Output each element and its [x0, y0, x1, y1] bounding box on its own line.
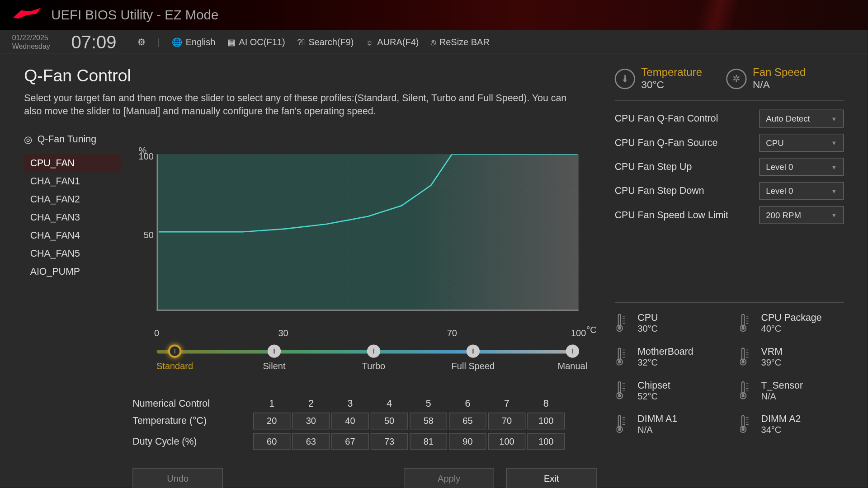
temp-name: CPU — [637, 312, 658, 323]
fan-item-cha4[interactable]: CHA_FAN4 — [24, 226, 120, 244]
qfan-tuning-label: Q-Fan Tuning — [38, 134, 96, 145]
slider-label: Manual — [558, 361, 588, 371]
temp-name: CPU Package — [761, 312, 822, 323]
settings-label: CPU Fan Speed Low Limit — [615, 210, 728, 221]
num-header: 6 — [449, 398, 486, 409]
slider-label: Full Speed — [452, 361, 495, 371]
svg-rect-50 — [742, 416, 744, 428]
temp-item: Chipset 52°C — [615, 380, 720, 401]
undo-button[interactable]: Undo — [132, 468, 223, 488]
fan-curve-chart[interactable]: % 100 50 0 30 70 100 °C — [157, 154, 579, 323]
duty-cell[interactable]: 63 — [292, 433, 330, 450]
svg-point-10 — [741, 327, 745, 330]
exit-button[interactable]: Exit — [506, 468, 597, 488]
settings-gear-icon[interactable]: ⚙ — [137, 37, 145, 47]
speed-value: N/A — [753, 79, 806, 91]
numctl-temp-label: Temperature (°C) — [132, 415, 253, 426]
apply-button[interactable]: Apply — [404, 468, 494, 488]
num-header: 7 — [488, 398, 526, 409]
temp-cell[interactable]: 70 — [488, 413, 526, 429]
slider-dot-silent[interactable] — [268, 344, 281, 357]
temp-value: 30°C — [641, 79, 702, 91]
temp-cell[interactable]: 40 — [331, 413, 369, 429]
slider-dot-standard[interactable] — [168, 344, 181, 357]
stat-header: 🌡 Temperature 30°C ✲ Fan Speed N/A — [615, 66, 844, 91]
temp-grid: CPU 30°C CPU Package 40°C MotherBoard 32… — [615, 312, 844, 435]
slider-dot-fullspeed[interactable] — [467, 344, 480, 357]
language-button[interactable]: 🌐English — [172, 37, 215, 47]
settings-dropdown[interactable]: 200 RPM▼ — [760, 206, 844, 224]
thermometer-icon — [615, 346, 632, 367]
fan-item-cha3[interactable]: CHA_FAN3 — [24, 208, 120, 226]
settings-dropdown[interactable]: Level 0▼ — [760, 158, 844, 176]
settings-dropdown[interactable]: CPU▼ — [760, 134, 844, 152]
temp-cell[interactable]: 50 — [371, 413, 408, 429]
fan-item-aio[interactable]: AIO_PUMP — [24, 263, 120, 281]
duty-cell[interactable]: 67 — [331, 433, 369, 450]
temp-cell[interactable]: 100 — [527, 413, 565, 429]
temp-name: T_Sensor — [761, 380, 803, 390]
aura-button[interactable]: ☼AURA(F4) — [366, 37, 419, 47]
slider-dot-turbo[interactable] — [367, 344, 380, 357]
temp-value: 39°C — [761, 357, 783, 367]
ai-oc-button[interactable]: ▦AI OC(F11) — [227, 37, 285, 47]
fan-item-cha2[interactable]: CHA_FAN2 — [24, 190, 120, 208]
temp-value: N/A — [637, 424, 677, 435]
chevron-down-icon: ▼ — [831, 188, 837, 194]
svg-rect-1 — [618, 314, 621, 327]
fan-item-cpu[interactable]: CPU_FAN — [24, 154, 120, 172]
fan-item-cha5[interactable]: CHA_FAN5 — [24, 244, 120, 263]
fan-item-cha1[interactable]: CHA_FAN1 — [24, 172, 120, 190]
resize-bar-button[interactable]: ⎋ReSize BAR — [431, 37, 490, 47]
action-buttons: Undo Apply Exit — [132, 468, 596, 488]
sun-icon: ☼ — [366, 37, 373, 47]
thermometer-icon — [738, 413, 755, 435]
fan-list: CPU_FAN CHA_FAN1 CHA_FAN2 CHA_FAN3 CHA_F… — [24, 154, 120, 488]
temp-label: Temperature — [641, 66, 702, 79]
duty-cell[interactable]: 73 — [371, 433, 408, 450]
temp-item: VRM 39°C — [738, 346, 844, 367]
temp-value: 40°C — [761, 323, 822, 333]
temp-item: CPU 30°C — [615, 312, 720, 333]
settings-label: CPU Fan Step Up — [615, 161, 692, 172]
svg-point-52 — [741, 428, 745, 431]
thermometer-icon — [615, 380, 632, 401]
settings-row: CPU Fan Q-Fan Control Auto Detect▼ — [615, 110, 844, 128]
duty-cell[interactable]: 60 — [253, 433, 291, 450]
thermometer-icon — [615, 312, 632, 333]
temp-value: 52°C — [637, 390, 670, 401]
duty-cell[interactable]: 81 — [410, 433, 447, 450]
temp-value: 30°C — [637, 323, 658, 333]
profile-slider[interactable]: Standard Silent Turbo Full Speed Manual — [157, 344, 579, 374]
slider-dot-manual[interactable] — [566, 344, 579, 357]
duty-cell[interactable]: 100 — [527, 433, 565, 450]
duty-cell[interactable]: 90 — [449, 433, 486, 450]
settings-dropdown[interactable]: Level 0▼ — [760, 182, 844, 200]
temp-cell[interactable]: 58 — [410, 413, 447, 429]
settings-dropdown[interactable]: Auto Detect▼ — [760, 110, 844, 128]
slider-label: Silent — [263, 361, 286, 371]
temp-item: CPU Package 40°C — [738, 312, 844, 333]
temp-cell[interactable]: 30 — [292, 413, 330, 429]
temp-cell[interactable]: 65 — [449, 413, 486, 429]
chevron-down-icon: ▼ — [831, 212, 837, 219]
settings-label: CPU Fan Q-Fan Source — [615, 137, 718, 148]
duty-cell[interactable]: 100 — [488, 433, 526, 450]
temp-name: DIMM A1 — [637, 413, 677, 424]
thermometer-icon: 🌡 — [615, 68, 635, 89]
settings-list: CPU Fan Q-Fan Control Auto Detect▼CPU Fa… — [615, 110, 844, 224]
temp-value: 34°C — [761, 424, 801, 435]
search-button[interactable]: ?⃣Search(F9) — [297, 37, 354, 47]
slider-label: Turbo — [362, 361, 386, 371]
settings-label: CPU Fan Step Down — [615, 186, 704, 197]
y-tick: 100 — [136, 151, 154, 161]
temp-cell[interactable]: 20 — [253, 413, 291, 429]
x-axis-label: °C — [586, 324, 596, 335]
chart-svg — [157, 154, 579, 311]
thermometer-icon — [738, 346, 755, 367]
svg-point-3 — [618, 327, 621, 330]
qfan-tuning-button[interactable]: ◎ Q-Fan Tuning — [24, 134, 596, 145]
x-tick: 100 — [571, 328, 586, 338]
globe-icon: 🌐 — [172, 37, 182, 47]
num-header: 4 — [371, 398, 408, 409]
